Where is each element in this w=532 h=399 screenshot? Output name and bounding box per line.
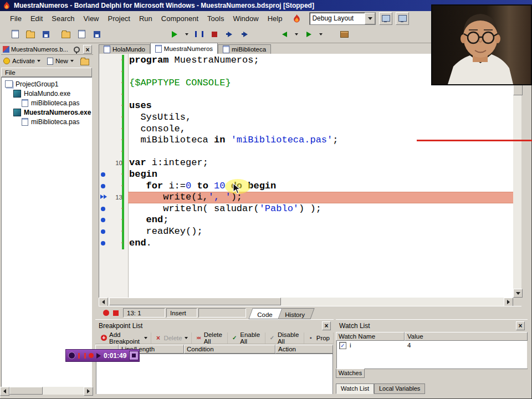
open-file-button[interactable]	[23, 27, 38, 42]
save-file-button[interactable]	[39, 27, 53, 42]
tree-item-label: ProjectGroup1	[16, 80, 58, 88]
navigate-forward-button[interactable]	[301, 27, 316, 42]
bp-column-condition[interactable]: Condition	[184, 345, 275, 354]
watch-panel-close-button[interactable]	[516, 321, 525, 330]
dropdown-caret-icon	[295, 33, 298, 35]
step-over-button[interactable]	[223, 27, 237, 42]
media-time: 0:01:49	[104, 352, 126, 360]
watch-checkbox[interactable]	[339, 342, 346, 349]
new-button[interactable]: New	[45, 57, 76, 66]
pause-icon[interactable]	[78, 353, 86, 359]
scroll-thumb[interactable]	[109, 298, 281, 305]
add-file-button[interactable]	[74, 27, 89, 42]
scroll-left-button[interactable]	[0, 387, 9, 396]
delete-all-button[interactable]: Delete All	[192, 332, 228, 344]
stop-indicator-icon[interactable]	[113, 310, 119, 316]
add-breakpoint-button[interactable]: Add Breakpoint	[98, 332, 151, 344]
activate-button[interactable]: Activate	[1, 57, 43, 65]
open-file-icon	[26, 32, 35, 38]
activate-dropdown-icon[interactable]	[37, 60, 40, 62]
tree-item-mibiblioteca-pas[interactable]: miBiblioteca.pas	[2, 117, 92, 126]
delete-button[interactable]: Delete	[151, 332, 191, 344]
navigate-back-dropdown-button[interactable]	[293, 27, 300, 42]
project-panel-close-button[interactable]	[83, 45, 92, 54]
record-icon[interactable]	[89, 353, 94, 358]
tree-item-mibiblioteca-pas[interactable]: miBiblioteca.pas	[2, 98, 92, 108]
tree-item-projectgroup1[interactable]: ProjectGroup1	[2, 79, 92, 89]
tab-mibiblioteca[interactable]: miBiblioteca	[218, 44, 271, 54]
tab-history[interactable]: History	[276, 308, 314, 319]
tab-watch-list[interactable]: Watch List	[336, 383, 374, 394]
tree-item-label: miBiblioteca.pas	[31, 118, 79, 126]
menu-run[interactable]: Run	[135, 13, 157, 24]
editor-vscrollbar[interactable]	[513, 54, 521, 298]
breakpoint-panel-titlebar[interactable]: Breakpoint List	[95, 321, 334, 331]
menu-search[interactable]: Search	[47, 13, 79, 24]
editor-hscrollbar[interactable]	[99, 298, 513, 306]
remove-button[interactable]	[78, 56, 91, 66]
record-indicator-icon[interactable]	[103, 310, 109, 316]
watch-panel-titlebar[interactable]: Watch List	[336, 321, 528, 331]
trace-into-button[interactable]	[238, 27, 253, 42]
play-icon[interactable]	[96, 353, 101, 359]
scroll-thumb[interactable]	[9, 387, 43, 395]
tab-code[interactable]: Code	[248, 308, 282, 319]
breakpoint-toolbar: Add BreakpointDeleteDelete AllEnable All…	[95, 332, 334, 344]
watch-name-column[interactable]: Watch Name	[336, 332, 405, 341]
scroll-left-button[interactable]	[99, 298, 108, 306]
pause-button[interactable]	[192, 27, 206, 42]
navigate-back-button[interactable]	[277, 27, 291, 42]
status-blank-cell	[198, 308, 246, 318]
project-panel-title: MuestraNumeros.b...	[11, 46, 74, 53]
project-panel-header[interactable]: MuestraNumeros.b...	[1, 44, 93, 55]
tab-holamundo[interactable]: HolaMundo	[99, 44, 150, 54]
watch-row[interactable]: i 4	[337, 341, 527, 350]
menu-window[interactable]: Window	[228, 13, 263, 24]
menu-component[interactable]: Component	[157, 13, 203, 24]
navigate-forward-dropdown-button[interactable]	[317, 27, 325, 42]
tab-local-variables[interactable]: Local Variables	[374, 383, 425, 394]
menu-tools[interactable]: Tools	[203, 13, 228, 24]
breakpoint-panel-close-button[interactable]	[322, 321, 331, 330]
scroll-right-button[interactable]	[84, 387, 93, 396]
run-dropdown-button[interactable]	[183, 27, 191, 42]
gutter-dot: ·	[119, 135, 125, 146]
code-area[interactable]: ·program MuestraNumeros;··{$APPTYPE CONS…	[99, 54, 513, 298]
scroll-down-button[interactable]	[513, 289, 523, 298]
project-tree-hscrollbar[interactable]	[0, 387, 93, 395]
new-file-button[interactable]	[8, 27, 22, 42]
tab-watches[interactable]: Watches	[336, 369, 365, 378]
file-column-header[interactable]: File	[1, 68, 92, 77]
navigate-forward-icon	[306, 32, 311, 37]
menu-edit[interactable]: Edit	[26, 13, 47, 24]
open-project-button[interactable]	[59, 27, 73, 42]
new-dropdown-icon[interactable]	[70, 60, 74, 62]
pin-icon[interactable]	[74, 47, 80, 53]
menu-file[interactable]: File	[6, 13, 26, 24]
code-editor[interactable]: ·program MuestraNumeros;··{$APPTYPE CONS…	[99, 54, 513, 298]
scroll-right-button[interactable]	[504, 298, 513, 306]
menu-help[interactable]: Help	[263, 13, 287, 24]
package-button[interactable]	[337, 27, 351, 42]
set-debug-desktop-button[interactable]	[396, 12, 409, 25]
enable-all-button[interactable]: Enable All	[228, 332, 265, 344]
desktop-layout-combo[interactable]: Debug Layout	[309, 12, 376, 25]
save-all-button[interactable]	[90, 27, 104, 42]
combo-dropdown-icon[interactable]	[365, 13, 375, 24]
detach-button[interactable]	[129, 351, 139, 360]
code-line: uses	[129, 100, 152, 112]
program-reset-button[interactable]	[207, 27, 222, 42]
run-button[interactable]	[167, 27, 182, 42]
knob-icon[interactable]	[68, 352, 75, 359]
bp-column-action[interactable]: Action	[275, 345, 333, 354]
tree-item-holamundo-exe[interactable]: HolaMundo.exe	[2, 89, 92, 98]
value-column[interactable]: Value	[405, 332, 528, 341]
menu-view[interactable]: View	[79, 13, 104, 24]
prop-button[interactable]: Prop	[304, 332, 334, 344]
activate-icon	[3, 58, 10, 64]
save-desktop-button[interactable]	[379, 12, 392, 25]
tab-muestranumeros[interactable]: MuestraNumeros	[150, 43, 218, 54]
tree-item-muestranumeros-exe[interactable]: MuestraNumeros.exe	[2, 108, 92, 117]
disable-all-button[interactable]: Disable All	[265, 332, 304, 344]
menu-project[interactable]: Project	[104, 13, 135, 24]
